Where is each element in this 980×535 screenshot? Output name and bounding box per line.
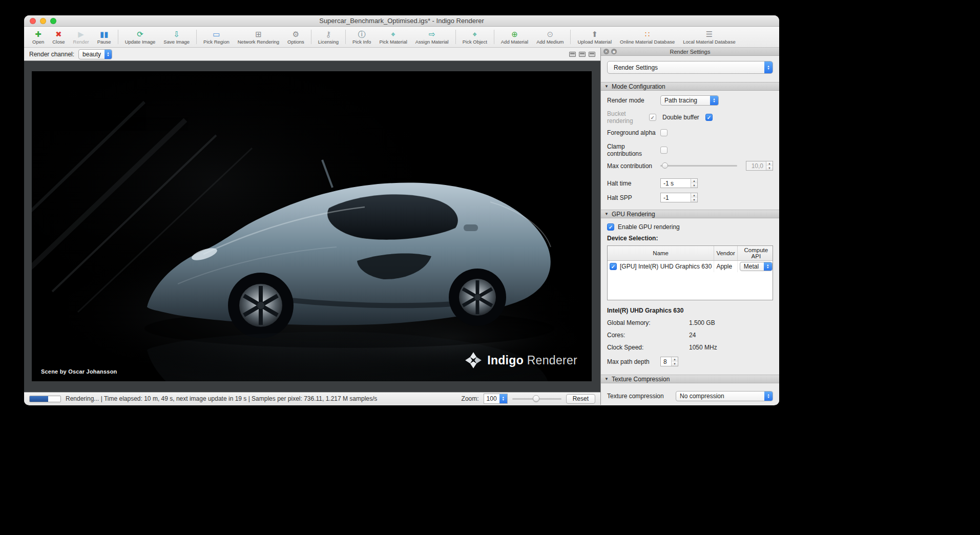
collapse-triangle-icon: ▼ <box>604 84 609 89</box>
halt-spp-label: Halt SPP <box>607 194 660 201</box>
column-header-name[interactable]: Name <box>608 246 714 261</box>
region-icon: ▭ <box>213 30 220 38</box>
object-picker-icon: ⌖ <box>473 30 477 38</box>
toolbar-separator <box>118 30 118 44</box>
toolbar-button-label: Pick Material <box>379 39 407 45</box>
toolbar-button-online-material-database[interactable]: ∷ Online Material Database <box>616 27 679 47</box>
toolbar-button-render[interactable]: ▶ Render <box>69 27 93 47</box>
zoom-slider-thumb[interactable] <box>533 395 539 402</box>
max-path-depth-label: Max path depth <box>607 358 660 365</box>
slider-track <box>660 165 737 167</box>
toolbar-button-label: Open <box>32 39 44 45</box>
section-header-mode-configuration[interactable]: ▼ Mode Configuration <box>601 82 779 91</box>
viewport-window-icon-1[interactable] <box>569 52 576 57</box>
section-header-gpu-rendering[interactable]: ▼ GPU Rendering <box>601 210 779 218</box>
toolbar-separator <box>455 30 456 44</box>
toolbar-button-options[interactable]: ⚙ Options <box>283 27 308 47</box>
compute-api-value: Metal <box>740 263 764 270</box>
clock-speed-value: 1050 MHz <box>689 344 717 351</box>
zoom-stepper-icon[interactable]: ▲▼ <box>499 394 507 403</box>
collapse-triangle-icon: ▼ <box>604 377 609 381</box>
toolbar-button-close[interactable]: ✖ Close <box>48 27 69 47</box>
zoom-reset-button[interactable]: Reset <box>566 394 595 404</box>
panel-detach-icon[interactable]: ◉ <box>611 49 617 54</box>
device-selection-table: Name Vendor Compute API <box>607 245 773 300</box>
window-close-button[interactable] <box>30 18 36 24</box>
zoom-field[interactable]: 100 ▲▼ <box>484 394 508 404</box>
info-icon: ⓘ <box>358 30 366 38</box>
toolbar-button-label: Save Image <box>163 39 190 45</box>
stepper-arrows-icon[interactable]: ▲▼ <box>691 193 697 202</box>
enable-gpu-rendering-checkbox[interactable] <box>607 223 614 231</box>
render-channel-value: beauty <box>79 51 105 58</box>
toolbar-button-licensing[interactable]: ⚷ Licensing <box>314 27 343 47</box>
toolbar-button-network-rendering[interactable]: ⊞ Network Rendering <box>234 27 283 47</box>
render-progress-bar <box>29 396 61 402</box>
title-bar[interactable]: Supercar_Benchmark_Optimised.igs* - Indi… <box>24 15 779 27</box>
toolbar-button-label: Network Rendering <box>238 39 279 45</box>
chevron-up-down-icon: ▲▼ <box>764 61 773 73</box>
toolbar-button-label: Render <box>73 39 89 45</box>
toolbar-button-pause[interactable]: ▮▮ Pause <box>93 27 115 47</box>
halt-time-value: -1 s <box>661 179 691 188</box>
table-row[interactable]: [GPU] Intel(R) UHD Graphics 630 Apple Me… <box>608 261 773 273</box>
toolbar-button-label: Licensing <box>318 39 339 45</box>
double-buffer-checkbox[interactable] <box>705 114 713 121</box>
toolbar-button-assign-material[interactable]: ⇨ Assign Material <box>411 27 453 47</box>
max-path-depth-field[interactable]: 8 ▲▼ <box>660 357 678 366</box>
double-buffer-label: Double buffer <box>662 114 699 121</box>
toolbar-button-update-image[interactable]: ⟳ Update Image <box>121 27 160 47</box>
chevron-up-down-icon: ▲▼ <box>710 96 718 105</box>
foreground-alpha-checkbox[interactable] <box>660 129 668 136</box>
toolbar-button-local-material-database[interactable]: ☰ Local Material Database <box>679 27 739 47</box>
render-channel-select[interactable]: beauty ▲▼ <box>78 49 112 59</box>
status-bar: Rendering... | Time elapsed: 10 m, 49 s,… <box>24 392 600 405</box>
toolbar-button-label: Pick Object <box>463 39 487 45</box>
device-checkbox[interactable] <box>610 263 617 270</box>
toolbar-button-add-medium[interactable]: ⊙ Add Medium <box>532 27 568 47</box>
toolbar-button-save-image[interactable]: ⇩ Save Image <box>159 27 194 47</box>
indigo-renderer-logo: Indigo Renderer <box>465 352 577 369</box>
bucket-rendering-checkbox[interactable] <box>649 114 656 121</box>
clamp-contributions-label: Clamp contributions <box>607 143 660 157</box>
panel-close-icon[interactable]: ✕ <box>603 49 609 54</box>
toolbar-button-add-material[interactable]: ⊕ Add Material <box>497 27 532 47</box>
section-title: Mode Configuration <box>612 83 665 90</box>
toolbar-button-pick-object[interactable]: ⌖ Pick Object <box>458 27 491 47</box>
stepper-arrows-icon[interactable]: ▲▼ <box>671 357 678 366</box>
stepper-arrows-icon[interactable]: ▲▼ <box>691 179 697 188</box>
column-header-compute-api[interactable]: Compute API <box>737 246 773 261</box>
render-mode-value: Path tracing <box>661 97 710 104</box>
toolbar-button-upload-material[interactable]: ⬆ Upload Material <box>573 27 616 47</box>
toolbar-button-pick-info[interactable]: ⓘ Pick Info <box>348 27 375 47</box>
column-header-vendor[interactable]: Vendor <box>714 246 737 261</box>
collapse-triangle-icon: ▼ <box>604 212 609 216</box>
render-mode-select[interactable]: Path tracing ▲▼ <box>660 95 719 106</box>
clamp-contributions-checkbox[interactable] <box>660 147 668 154</box>
toolbar-button-label: Assign Material <box>415 39 449 45</box>
max-contribution-slider[interactable] <box>660 162 737 170</box>
slider-thumb[interactable] <box>662 162 668 169</box>
status-text: Rendering... | Time elapsed: 10 m, 49 s,… <box>66 395 377 402</box>
render-viewport[interactable]: Scene by Oscar Johansson <box>24 61 600 392</box>
halt-time-field[interactable]: -1 s ▲▼ <box>660 178 698 188</box>
viewport-window-icon-3[interactable] <box>589 52 595 57</box>
stepper-arrows-icon: ▲▼ <box>766 161 773 170</box>
texture-compression-select[interactable]: No compression ▲▼ <box>676 391 773 401</box>
database-icon: ☰ <box>706 30 713 38</box>
window-zoom-button[interactable] <box>50 18 56 24</box>
window-minimize-button[interactable] <box>40 18 46 24</box>
settings-page-select[interactable]: Render Settings ▲▼ <box>607 61 773 74</box>
toolbar-button-open[interactable]: ✚ Open <box>28 27 48 47</box>
halt-spp-field[interactable]: -1 ▲▼ <box>660 193 698 202</box>
zoom-slider[interactable] <box>512 395 561 403</box>
toolbar-button-pick-region[interactable]: ▭ Pick Region <box>199 27 234 47</box>
assign-arrow-icon: ⇨ <box>429 30 435 38</box>
max-contribution-value: 10,0 <box>746 161 766 170</box>
selected-device-name: Intel(R) UHD Graphics 630 <box>607 307 683 314</box>
compute-api-select[interactable]: Metal ▲▼ <box>740 262 773 271</box>
viewport-window-icon-2[interactable] <box>579 52 586 57</box>
section-header-texture-compression[interactable]: ▼ Texture Compression <box>601 375 779 383</box>
refresh-icon: ⟳ <box>137 30 143 38</box>
toolbar-button-pick-material[interactable]: ⌖ Pick Material <box>375 27 411 47</box>
